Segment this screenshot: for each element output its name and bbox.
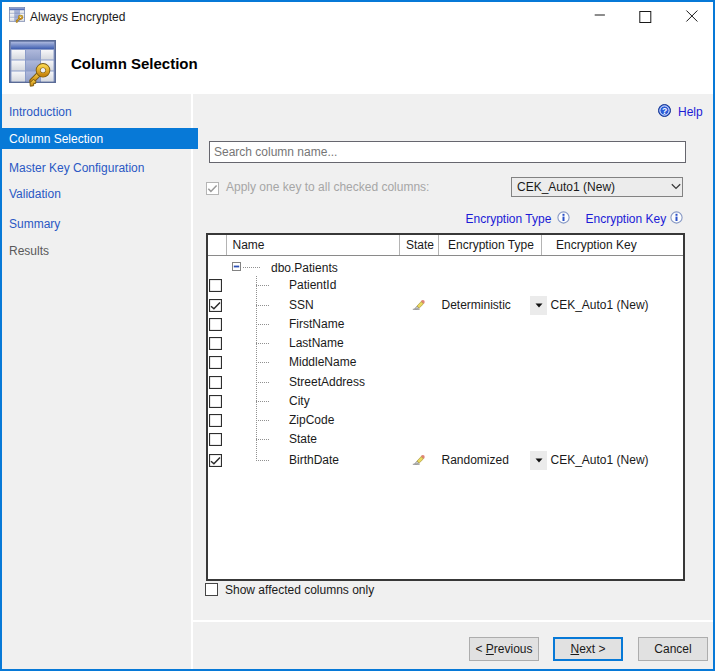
svg-text:?: ? [662, 106, 667, 116]
